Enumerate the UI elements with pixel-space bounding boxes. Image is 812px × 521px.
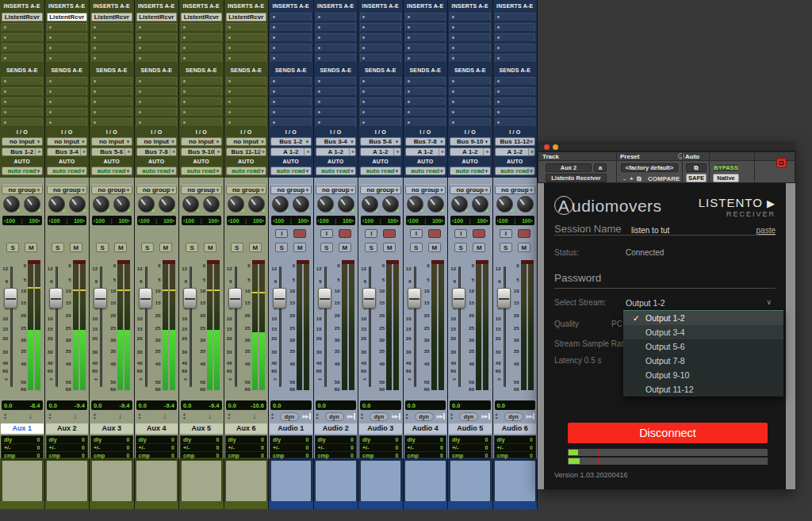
insert-slot[interactable] bbox=[181, 33, 222, 42]
insert-slot[interactable] bbox=[316, 23, 357, 32]
pan-knob-left[interactable] bbox=[496, 196, 513, 213]
mute-button[interactable]: M bbox=[70, 243, 82, 252]
nudge-spinner[interactable]: ▲▼ bbox=[360, 412, 364, 420]
send-slot[interactable] bbox=[181, 77, 222, 86]
volume-readout[interactable]: 0.0 bbox=[495, 400, 536, 410]
solo-button[interactable]: S bbox=[186, 243, 198, 252]
volume-readout[interactable]: 0.0 bbox=[360, 400, 401, 410]
target-window-button[interactable] bbox=[776, 158, 787, 168]
automation-mode-selector[interactable]: auto read▼ bbox=[495, 167, 536, 175]
send-slot[interactable] bbox=[405, 108, 446, 117]
track-name[interactable]: Audio 2 bbox=[315, 423, 358, 434]
input-selector[interactable]: Bus 9-10▼ bbox=[450, 137, 491, 146]
pan-knob-right[interactable] bbox=[293, 196, 309, 213]
pan-display[interactable]: ‹100|100› bbox=[406, 216, 446, 225]
volume-fader[interactable] bbox=[273, 288, 286, 308]
send-slot[interactable] bbox=[316, 77, 357, 86]
comments-box[interactable] bbox=[316, 461, 356, 501]
mute-button[interactable]: M bbox=[339, 243, 351, 252]
insert-slot[interactable] bbox=[47, 23, 88, 32]
track-name[interactable]: Audio 6 bbox=[494, 423, 537, 434]
send-slot[interactable] bbox=[360, 77, 401, 86]
pan-knob-right[interactable] bbox=[338, 196, 354, 213]
insert-slot[interactable] bbox=[47, 54, 88, 63]
output-selector[interactable]: A 1-2+ bbox=[360, 147, 401, 156]
insert-slot-a[interactable]: ListentRcvr bbox=[181, 13, 222, 21]
mute-button[interactable]: M bbox=[114, 243, 127, 252]
plugin-selector[interactable]: Listento Receiver bbox=[546, 174, 607, 182]
input-monitor-button[interactable]: I bbox=[454, 229, 467, 238]
automation-icon[interactable]: ⧉ bbox=[686, 163, 707, 172]
send-slot[interactable] bbox=[450, 118, 491, 127]
input-selector[interactable]: Bus 11-12▼ bbox=[495, 137, 536, 146]
stream-dropdown[interactable]: ✓Output 1-2Output 3-4Output 5-6Output 7-… bbox=[623, 310, 783, 396]
insert-slot[interactable] bbox=[405, 33, 446, 42]
pan-knob-right[interactable] bbox=[113, 196, 130, 213]
safe-button[interactable]: SAFE bbox=[686, 174, 707, 182]
volume-readout[interactable]: 0.0-8.4 bbox=[2, 400, 43, 410]
send-slot[interactable] bbox=[360, 108, 401, 117]
send-slot[interactable] bbox=[450, 87, 491, 96]
volume-readout[interactable]: 0.0-9.4 bbox=[91, 400, 132, 410]
send-slot[interactable] bbox=[2, 108, 43, 117]
comments-box[interactable] bbox=[182, 461, 222, 501]
solo-button[interactable]: S bbox=[96, 243, 109, 252]
send-slot[interactable] bbox=[405, 98, 446, 106]
nudge-spinner[interactable]: ▲▼ bbox=[48, 412, 52, 420]
insert-slot[interactable] bbox=[495, 13, 536, 21]
volume-fader[interactable] bbox=[497, 288, 511, 308]
pan-display[interactable]: ‹100|100› bbox=[227, 216, 266, 225]
plugin-titlebar[interactable] bbox=[538, 141, 795, 151]
send-slot[interactable] bbox=[47, 108, 88, 117]
volume-fader[interactable] bbox=[228, 288, 242, 308]
mute-button[interactable]: M bbox=[518, 243, 530, 252]
pan-knob-right[interactable] bbox=[24, 196, 40, 213]
send-slot[interactable] bbox=[495, 98, 536, 106]
output-selector[interactable]: Bus 1-2+ bbox=[2, 147, 43, 156]
send-slot[interactable] bbox=[226, 118, 267, 127]
stream-option[interactable]: Output 9-10 bbox=[623, 368, 783, 382]
dyn-button[interactable]: dyn bbox=[459, 412, 478, 421]
comments-box[interactable] bbox=[47, 461, 87, 501]
output-selector[interactable]: A 1-2+ bbox=[405, 147, 446, 156]
group-selector[interactable]: no group▼ bbox=[405, 186, 446, 194]
pan-display[interactable]: ‹100|100› bbox=[271, 216, 311, 225]
send-slot[interactable] bbox=[136, 118, 178, 127]
dyn-button[interactable]: dyn bbox=[504, 412, 523, 421]
pan-display[interactable]: ‹100|100› bbox=[2, 216, 42, 225]
send-slot[interactable] bbox=[450, 108, 491, 117]
insert-slot-a[interactable]: ListentRcvr bbox=[47, 13, 88, 21]
mute-button[interactable]: M bbox=[159, 243, 172, 252]
send-slot[interactable] bbox=[47, 87, 88, 96]
solo-button[interactable]: S bbox=[320, 243, 333, 252]
group-selector[interactable]: no group▼ bbox=[47, 186, 88, 194]
send-slot[interactable] bbox=[2, 118, 43, 127]
preset-save-icon[interactable]: ⧉ bbox=[637, 175, 642, 183]
pan-knob-right[interactable] bbox=[427, 196, 444, 213]
insert-slot[interactable] bbox=[136, 23, 178, 32]
send-slot[interactable] bbox=[316, 98, 357, 106]
nudge-spinner[interactable]: ▲▼ bbox=[93, 412, 97, 420]
input-selector[interactable]: no input▼ bbox=[181, 137, 222, 146]
send-slot[interactable] bbox=[47, 98, 88, 106]
insert-slot[interactable] bbox=[495, 23, 536, 32]
volume-fader[interactable] bbox=[4, 288, 17, 308]
record-enable-button[interactable] bbox=[428, 229, 441, 238]
output-selector[interactable]: Bus 9-10+ bbox=[181, 147, 222, 156]
insert-slot[interactable] bbox=[136, 54, 178, 63]
insert-slot-a[interactable]: ListentRcvr bbox=[136, 13, 178, 21]
preset-menu-icon[interactable]: ⌄ bbox=[678, 153, 684, 159]
send-slot[interactable] bbox=[316, 118, 357, 127]
stream-option[interactable]: ✓Output 1-2 bbox=[623, 311, 783, 325]
track-name[interactable]: Audio 4 bbox=[404, 423, 447, 434]
insert-slot[interactable] bbox=[181, 54, 222, 63]
pan-knob-left[interactable] bbox=[138, 196, 155, 213]
insert-slot[interactable] bbox=[136, 33, 178, 42]
record-enable-button[interactable] bbox=[339, 229, 351, 238]
insert-slot[interactable] bbox=[495, 33, 536, 42]
comments-box[interactable] bbox=[136, 461, 177, 501]
insert-slot[interactable] bbox=[316, 33, 357, 42]
solo-button[interactable]: S bbox=[365, 243, 377, 252]
solo-button[interactable]: S bbox=[141, 243, 154, 252]
nudge-spinner[interactable]: ▲▼ bbox=[450, 412, 454, 420]
